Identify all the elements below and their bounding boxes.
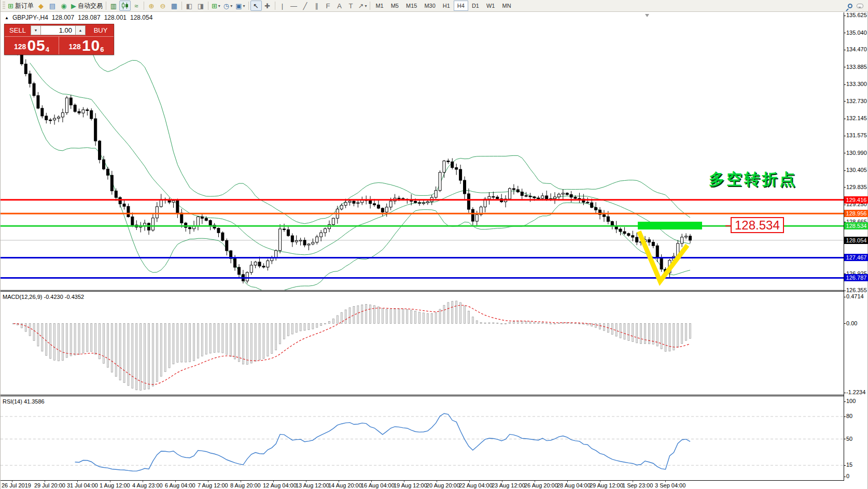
label-button[interactable]: T <box>345 1 357 11</box>
vertical-line-button[interactable]: | <box>277 1 288 11</box>
volume-decrease-stepper[interactable]: ▼ <box>31 25 41 35</box>
rsi-tick-label: 80 <box>846 413 852 419</box>
volume-increase-stepper[interactable]: ▲ <box>75 25 86 35</box>
time-axis-label: 14 Aug 20:00 <box>328 482 362 488</box>
time-axis-label: 23 Aug 12:00 <box>492 482 525 488</box>
chat-icon[interactable] <box>857 4 863 8</box>
bid-pip: 4 <box>46 46 49 53</box>
macd-indicator-pane <box>1 291 844 395</box>
label-icon: T <box>349 2 353 10</box>
macd-tick-mark <box>844 297 846 297</box>
channel-icon: ∥ <box>315 2 318 10</box>
channel-button[interactable]: ∥ <box>311 1 323 11</box>
timeframe-button-w1[interactable]: W1 <box>483 1 499 11</box>
price-tick-mark <box>844 101 846 102</box>
trendline-button[interactable]: ╱ <box>300 1 311 11</box>
chart-shift-button[interactable]: ◨ <box>195 1 206 11</box>
one-click-trading-panel: SELL ▼ ▲ BUY 128 05 4 128 10 6 <box>4 24 114 55</box>
time-axis-label: 28 Aug 04:00 <box>557 482 591 488</box>
price-tick-label: 135.625 <box>846 12 867 18</box>
profiles-button[interactable]: ◆ <box>35 1 47 11</box>
dropdown-arrow-icon: ▾ <box>365 4 367 8</box>
price-tick-mark <box>844 291 846 291</box>
candlestick-chart-button[interactable] <box>119 1 131 11</box>
buy-price-button[interactable]: 128 10 6 <box>59 37 114 54</box>
search-icon[interactable] <box>848 4 852 8</box>
zoom-in-button[interactable]: ⊕ <box>146 1 157 11</box>
price-level-badge: 128.956 <box>844 210 868 217</box>
new-order-button[interactable]: ⊞新订单 <box>6 1 35 11</box>
time-axis-tick <box>437 481 437 482</box>
terminal-window: ⊞新订单◆▤◉▶自动交易▥≈⊕⊖▦◧◨⊞▾◷▾▣▾↖✚|—╱∥FAT↗▾M1M5… <box>0 0 868 489</box>
ohlc-open: 128.007 <box>52 14 74 21</box>
crosshair-button[interactable]: ✚ <box>262 1 273 11</box>
time-axis-tick <box>241 481 241 482</box>
trendline-icon: ╱ <box>303 2 307 10</box>
time-axis-tick <box>306 481 306 482</box>
cursor-button[interactable]: ↖ <box>250 1 262 11</box>
autotrading-icon: ▶ <box>71 2 76 10</box>
time-axis-tick <box>110 481 110 482</box>
toolbar: ⊞新订单◆▤◉▶自动交易▥≈⊕⊖▦◧◨⊞▾◷▾▣▾↖✚|—╱∥FAT↗▾M1M5… <box>1 0 868 12</box>
text-button[interactable]: A <box>334 1 345 11</box>
templates-icon: ▣ <box>235 2 242 10</box>
timeframe-button-h4[interactable]: H4 <box>454 1 468 11</box>
bar-chart-button[interactable]: ▥ <box>108 1 119 11</box>
add-indicator-button[interactable]: ⊞▾ <box>210 1 222 11</box>
timeframe-button-d1[interactable]: D1 <box>468 1 483 11</box>
market-watch-button[interactable]: ▤ <box>47 1 58 11</box>
rsi-tick-mark <box>844 439 846 439</box>
line-chart-icon: ≈ <box>134 2 138 10</box>
buy-button[interactable]: BUY <box>88 24 114 36</box>
timeframe-button-m15[interactable]: M15 <box>402 1 421 11</box>
price-level-badge: 127.467 <box>844 254 868 261</box>
templates-button[interactable]: ▣▾ <box>234 1 246 11</box>
rsi-tick-label: 15 <box>846 462 852 468</box>
timeframe-button-h1[interactable]: H1 <box>439 1 454 11</box>
fibonacci-button[interactable]: F <box>323 1 334 11</box>
time-axis-tick <box>273 481 274 482</box>
time-axis-label: 26 Jul 2019 <box>2 482 31 488</box>
periods-button[interactable]: ◷▾ <box>222 1 234 11</box>
macd-tick-label: 0.4714 <box>846 293 864 299</box>
periods-icon: ◷ <box>223 2 229 10</box>
price-tick-label: 131.575 <box>846 132 867 138</box>
bar-chart-icon: ▥ <box>110 2 117 10</box>
ask-pip: 6 <box>100 46 104 53</box>
price-tick-label: 133.300 <box>846 81 867 87</box>
rsi-indicator-pane <box>1 396 844 481</box>
line-chart-button[interactable]: ≈ <box>131 1 142 11</box>
vertical-line-icon: | <box>282 2 283 10</box>
rsi-label: RSI(14) 41.3586 <box>3 398 45 405</box>
crosshair-icon: ✚ <box>264 2 270 10</box>
horizontal-line-button[interactable]: — <box>288 1 300 11</box>
zoom-out-button[interactable]: ⊖ <box>157 1 169 11</box>
time-axis-label: 7 Aug 12:00 <box>198 482 228 488</box>
timeframe-button-m1[interactable]: M1 <box>372 1 387 11</box>
ask-prefix: 128 <box>69 40 81 53</box>
autotrading-button[interactable]: ▶自动交易 <box>69 1 104 11</box>
sell-price-button[interactable]: 128 05 4 <box>5 37 59 54</box>
shapes-icon: ↗ <box>358 2 364 10</box>
auto-scroll-button[interactable]: ◧ <box>184 1 195 11</box>
sell-button[interactable]: SELL <box>5 24 31 36</box>
timeframe-button-m5[interactable]: M5 <box>387 1 402 11</box>
tile-windows-button[interactable]: ▦ <box>169 1 180 11</box>
cursor-icon: ↖ <box>253 2 259 10</box>
ohlc-high: 128.087 <box>78 14 100 21</box>
time-axis-tick <box>371 481 372 482</box>
autotrading-label: 自动交易 <box>78 2 103 10</box>
volume-input[interactable] <box>41 25 75 35</box>
shapes-button[interactable]: ↗▾ <box>357 1 369 11</box>
rsi-tick-mark <box>844 401 846 402</box>
time-axis-tick <box>600 481 600 482</box>
new-order-label: 新订单 <box>15 2 34 10</box>
time-axis-label: 16 Aug 04:00 <box>361 482 395 488</box>
zoom-out-icon: ⊖ <box>160 2 165 10</box>
add-indicator-icon: ⊞ <box>212 2 217 10</box>
timeframe-button-m30[interactable]: M30 <box>421 1 439 11</box>
timeframe-button-mn[interactable]: MN <box>498 1 514 11</box>
price-tick-mark <box>844 153 846 153</box>
chart-title: GBPJPY-,H4 <box>12 14 48 21</box>
signals-button[interactable]: ◉ <box>58 1 69 11</box>
